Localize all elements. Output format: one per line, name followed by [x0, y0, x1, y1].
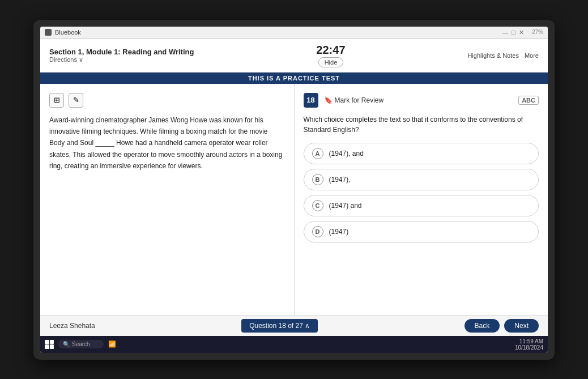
- panel-toolbar: ⊞ ✎: [49, 93, 285, 108]
- search-icon: 🔍: [63, 341, 70, 347]
- question-number: 18: [304, 93, 318, 108]
- choice-b-text: (1947),: [329, 176, 351, 184]
- taskbar-date: 10/18/2024: [515, 344, 543, 351]
- choice-c-text: (1947) and: [329, 202, 362, 210]
- right-panel: 18 🔖 Mark for Review ABC Which choice co…: [295, 84, 548, 315]
- highlights-notes-button[interactable]: Highlights & Notes: [467, 52, 519, 59]
- section-title: Section 1, Module 1: Reading and Writing: [49, 48, 194, 56]
- choice-a[interactable]: A (1947), and: [304, 143, 539, 164]
- battery-indicator: 27%: [532, 29, 543, 36]
- close-btn[interactable]: ✕: [519, 29, 524, 36]
- app-icon: [45, 29, 52, 36]
- footer-navigation: Back Next: [465, 319, 539, 333]
- answer-choices: A (1947), and B (1947), C (1947) and D (…: [304, 143, 539, 242]
- choice-c[interactable]: C (1947) and: [304, 195, 539, 216]
- annotate-tool-button[interactable]: ✎: [69, 93, 83, 108]
- mark-review-label: Mark for Review: [335, 96, 384, 104]
- user-name: Leeza Shehata: [49, 322, 95, 330]
- choice-b[interactable]: B (1947),: [304, 169, 539, 190]
- back-button[interactable]: Back: [465, 319, 500, 333]
- left-panel: ⊞ ✎ Award-winning cinematographer James …: [40, 84, 295, 315]
- choice-b-circle: B: [312, 174, 323, 185]
- network-icon: 📶: [108, 340, 116, 348]
- app-title: Bluebook: [55, 29, 81, 36]
- question-progress-label: Question 18 of 27 ∧: [249, 322, 310, 330]
- choice-a-text: (1947), and: [329, 150, 364, 157]
- more-button[interactable]: More: [525, 52, 539, 59]
- expand-tool-button[interactable]: ⊞: [49, 93, 64, 108]
- taskbar-search[interactable]: 🔍 Search: [58, 340, 104, 348]
- maximize-btn[interactable]: □: [512, 29, 515, 36]
- question-progress-button[interactable]: Question 18 of 27 ∧: [241, 319, 318, 333]
- main-content: ⊞ ✎ Award-winning cinematographer James …: [40, 84, 548, 315]
- bookmark-icon: 🔖: [324, 96, 333, 104]
- header-left: Section 1, Module 1: Reading and Writing…: [49, 48, 194, 63]
- question-text: Which choice completes the text so that …: [304, 114, 539, 135]
- question-header: 18 🔖 Mark for Review ABC: [304, 93, 539, 108]
- next-button[interactable]: Next: [504, 319, 539, 333]
- choice-d[interactable]: D (1947): [304, 221, 539, 242]
- taskbar-item-network: 📶: [108, 340, 116, 348]
- timer-display: 22:47: [316, 44, 345, 57]
- taskbar-clock: 11:59 AM 10/18/2024: [515, 338, 543, 351]
- window-controls[interactable]: — □ ✕ 27%: [502, 29, 543, 36]
- choice-d-text: (1947): [329, 228, 349, 236]
- taskbar-time: 11:59 AM: [515, 338, 543, 344]
- title-bar: Bluebook — □ ✕ 27%: [40, 27, 548, 39]
- choice-a-circle: A: [312, 148, 323, 159]
- footer: Leeza Shehata Question 18 of 27 ∧ Back N…: [40, 315, 548, 336]
- passage-text: Award-winning cinematographer James Wong…: [49, 114, 285, 172]
- directions-dropdown[interactable]: Directions ∨: [49, 56, 194, 63]
- choice-c-circle: C: [312, 200, 323, 211]
- hide-timer-button[interactable]: Hide: [318, 57, 344, 67]
- header-center: 22:47 Hide: [316, 44, 345, 67]
- practice-test-banner: THIS IS A PRACTICE TEST: [40, 73, 548, 84]
- choice-d-circle: D: [312, 226, 323, 237]
- search-placeholder: Search: [72, 341, 90, 347]
- header-right: Highlights & Notes More: [467, 52, 539, 59]
- passage-content: Award-winning cinematographer James Wong…: [49, 116, 282, 171]
- app-header: Section 1, Module 1: Reading and Writing…: [40, 39, 548, 73]
- windows-start-icon[interactable]: [45, 340, 54, 349]
- abc-badge: ABC: [518, 96, 539, 105]
- taskbar: 🔍 Search 📶 11:59 AM 10/18/2024: [40, 336, 548, 353]
- minimize-btn[interactable]: —: [502, 29, 508, 36]
- mark-for-review-button[interactable]: 🔖 Mark for Review: [324, 96, 384, 104]
